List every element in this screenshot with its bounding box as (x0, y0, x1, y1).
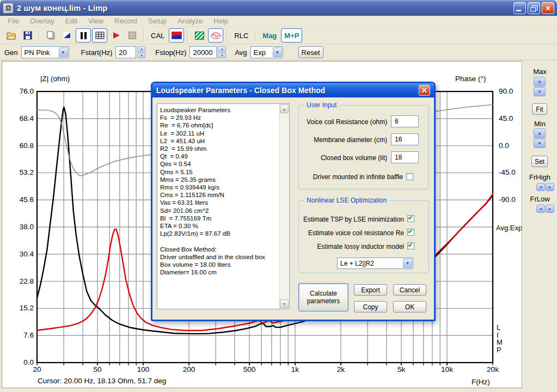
up-arrow-icon[interactable]: ▲ (137, 46, 145, 52)
floppy-disk-icon (23, 31, 32, 40)
closed-box-volume-label: Closed box volume (lit) (299, 154, 387, 162)
menu-edit[interactable]: Edit (60, 16, 83, 26)
record-stop-button[interactable] (125, 28, 140, 42)
fit-button[interactable]: Fit (532, 103, 547, 115)
left-arrow-icon[interactable]: ◄ (536, 205, 545, 213)
up-arrow-icon[interactable]: ▲ (534, 128, 546, 138)
menu-bar: File Overlay Edit View Record Setup Anal… (0, 16, 557, 27)
open-file-button[interactable] (4, 28, 19, 42)
avg-select[interactable]: Exp ▼ (250, 46, 283, 58)
fstop-stepper[interactable]: ▲▼ (218, 46, 226, 58)
export-button[interactable]: Export (354, 284, 387, 296)
overlay-button[interactable] (59, 28, 75, 42)
dialog-titlebar[interactable]: Loudspeaker Parameters - Closed Box Meth… (152, 83, 434, 97)
frhigh-label: FrHigh (522, 173, 557, 181)
calibrate-button[interactable]: CAL (148, 28, 168, 42)
minimize-button[interactable] (513, 2, 526, 14)
parameters-scrollbar[interactable]: ▲ ▼ (279, 105, 289, 308)
menu-analyze[interactable]: Analyze (172, 16, 208, 26)
set-button[interactable]: Set (531, 156, 548, 167)
menu-overlay[interactable]: Overlay (25, 16, 60, 26)
voice-coil-resistance-label: Voice coil Resistance (ohm) (299, 118, 387, 126)
chevron-down-icon[interactable]: ▼ (59, 47, 68, 57)
frhigh-stepper[interactable]: ◄► (536, 183, 554, 191)
table-icon (95, 32, 105, 39)
min-stepper[interactable]: ▲▼ (534, 128, 546, 148)
infinite-baffle-checkbox[interactable] (406, 173, 413, 180)
estimate-re-label: Estimate voice coil resistance Re (299, 229, 404, 237)
generator-type-value: PN Pink (25, 48, 50, 57)
frlow-stepper[interactable]: ◄► (536, 205, 554, 213)
ok-button[interactable]: OK (393, 301, 426, 313)
main-toolbar: CAL RLC Mag M+P (0, 27, 557, 44)
close-button[interactable]: × (542, 2, 554, 14)
open-folder-icon (7, 32, 16, 40)
fstart-input[interactable]: 20 (115, 46, 136, 58)
estimate-inductor-label: Estimate lossy inductor model (299, 243, 404, 250)
parameters-text: Loudspeaker Parameters Fs = 29.93 Hz Re … (160, 106, 278, 307)
signal-generator-button[interactable] (208, 28, 223, 42)
up-arrow-icon[interactable]: ▲ (534, 77, 546, 87)
dialog-close-button[interactable]: ✕ (419, 85, 430, 96)
user-input-group: User Input Voice coil Resistance (ohm) M… (298, 105, 429, 189)
right-arrow-icon[interactable]: ► (546, 183, 554, 191)
down-arrow-icon[interactable]: ▼ (218, 53, 226, 59)
infinite-baffle-label: Driver mounted in infinite baffle (299, 173, 403, 181)
up-arrow-icon[interactable]: ▲ (218, 46, 226, 52)
reset-button[interactable]: Reset (298, 46, 323, 58)
record-start-button[interactable] (108, 28, 124, 42)
menu-setup[interactable]: Setup (143, 16, 172, 26)
toolbar-separator (227, 29, 228, 42)
estimate-re-checkbox[interactable] (407, 229, 414, 236)
fstop-input[interactable]: 20000 (189, 46, 217, 58)
voice-coil-resistance-input[interactable] (391, 115, 419, 127)
menu-view[interactable]: View (83, 16, 109, 26)
estimate-tsp-checkbox[interactable] (407, 215, 414, 222)
chevron-down-icon[interactable]: ▼ (273, 47, 282, 57)
scroll-up-button[interactable]: ▲ (280, 105, 289, 113)
down-arrow-icon[interactable]: ▼ (137, 53, 145, 59)
dialog-title: Loudspeaker Parameters - Closed Box Meth… (156, 86, 325, 95)
calculate-parameters-button[interactable]: Calculate parameters (298, 283, 348, 311)
closed-box-volume-input[interactable] (391, 151, 419, 163)
copy-button[interactable]: Copy (354, 301, 387, 313)
magnitude-phase-view-button[interactable]: M+P (281, 28, 302, 42)
green-hatch-icon (195, 32, 204, 40)
menu-file[interactable]: File (2, 16, 25, 26)
right-arrow-icon[interactable]: ► (546, 205, 554, 213)
lse-legend: Nonlinear LSE Optimization (304, 197, 389, 204)
save-button[interactable] (20, 28, 35, 42)
cancel-button[interactable]: Cancel (393, 284, 426, 296)
left-arrow-icon[interactable]: ◄ (536, 183, 545, 191)
toolbar-separator (187, 29, 188, 42)
inductor-model-select[interactable]: Le + L2||R2 ▼ (337, 258, 413, 269)
parameters-result-box[interactable]: Loudspeaker Parameters Fs = 29.93 Hz Re … (157, 103, 290, 309)
window-title: 2 шум конец.lim - Limp (17, 3, 108, 13)
max-stepper[interactable]: ▲▼ (534, 77, 546, 96)
membrane-diameter-label: Membrane diameter (cm) (299, 136, 387, 144)
avg-value: Exp (254, 48, 266, 57)
calibration-flag-button[interactable] (169, 28, 184, 42)
rlc-button[interactable]: RLC (231, 28, 252, 42)
window-titlebar: Ω 2 шум конец.lim - Limp × (0, 0, 557, 16)
chevron-down-icon[interactable]: ▼ (403, 259, 412, 268)
dialog-body: Loudspeaker Parameters Fs = 29.93 Hz Re … (152, 97, 434, 320)
table-view-button[interactable] (92, 28, 107, 42)
limp-application-window: { "window": {"title": "2 шум конец.lim -… (0, 0, 557, 392)
generator-type-select[interactable]: PN Pink ▼ (21, 46, 69, 58)
copy-graph-button[interactable] (43, 28, 58, 42)
user-input-legend: User Input (304, 101, 339, 109)
magnitude-view-button[interactable]: Mag (259, 28, 280, 42)
down-arrow-icon[interactable]: ▼ (534, 139, 546, 149)
inductor-model-value: Le + L2||R2 (340, 260, 374, 267)
pause-button[interactable] (76, 28, 91, 42)
down-arrow-icon[interactable]: ▼ (534, 87, 546, 97)
scroll-down-button[interactable]: ▼ (280, 299, 289, 308)
fstart-stepper[interactable]: ▲▼ (137, 46, 145, 58)
spectrum-button[interactable] (192, 28, 207, 42)
estimate-inductor-checkbox[interactable] (407, 242, 414, 249)
membrane-diameter-input[interactable] (391, 133, 419, 145)
restore-button[interactable] (528, 2, 540, 14)
menu-help[interactable]: Help (208, 16, 234, 26)
menu-record[interactable]: Record (109, 16, 143, 26)
